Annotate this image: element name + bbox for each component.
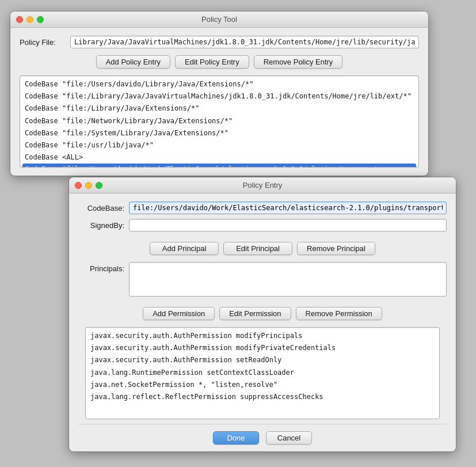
done-button[interactable]: Done xyxy=(213,431,259,445)
list-item[interactable]: CodeBase "file:/Library/Java/Extensions/… xyxy=(22,102,416,115)
codebase-label: CodeBase: xyxy=(78,204,124,212)
close-button[interactable] xyxy=(16,16,23,23)
policy-entry-title: Policy Entry xyxy=(243,181,283,189)
list-item[interactable]: CodeBase "file:/Library/Java/JavaVirtual… xyxy=(22,90,416,102)
permission-item[interactable]: javax.security.auth.AuthPermission modif… xyxy=(88,330,437,342)
minimize-button[interactable] xyxy=(26,16,33,23)
maximize-button[interactable] xyxy=(37,16,44,23)
principals-label: Principals: xyxy=(78,262,124,273)
cancel-button[interactable]: Cancel xyxy=(266,431,312,445)
permission-item[interactable]: java.lang.RuntimePermission setContextCl… xyxy=(88,367,437,379)
policy-entry-traffic-lights xyxy=(75,182,102,189)
policy-entry-window: Policy Entry CodeBase: SignedBy: Add Pri… xyxy=(69,177,456,451)
policy-entry-close-button[interactable] xyxy=(75,182,82,189)
signedby-input[interactable] xyxy=(129,219,447,231)
remove-principal-button[interactable]: Remove Principal xyxy=(297,242,375,255)
policy-file-input[interactable] xyxy=(70,36,419,48)
signedby-label: SignedBy: xyxy=(78,221,124,230)
bottom-buttons: Done Cancel xyxy=(78,424,447,451)
codebase-input[interactable] xyxy=(129,202,447,214)
list-item[interactable]: CodeBase <ALL> xyxy=(22,151,416,164)
permission-item[interactable]: javax.security.auth.AuthPermission modif… xyxy=(88,342,437,354)
remove-policy-entry-button[interactable]: Remove Policy Entry xyxy=(254,55,343,69)
traffic-lights xyxy=(16,16,44,23)
permissions-list[interactable]: javax.security.auth.AuthPermission modif… xyxy=(85,327,440,419)
add-policy-entry-button[interactable]: Add Policy Entry xyxy=(96,55,170,69)
list-item[interactable]: CodeBase "file:/System/Library/Java/Exte… xyxy=(22,127,416,139)
edit-principal-button[interactable]: Edit Principal xyxy=(223,242,292,255)
codebase-list[interactable]: CodeBase "file:/Users/davido/Library/Jav… xyxy=(20,75,419,168)
policy-tool-window: Policy Tool Policy File: Add Policy Entr… xyxy=(10,12,428,176)
principals-list[interactable] xyxy=(129,262,447,297)
policy-tool-title-bar: Policy Tool xyxy=(10,12,428,28)
permission-item[interactable]: java.lang.reflect.ReflectPermission supp… xyxy=(88,391,437,403)
remove-permission-button[interactable]: Remove Permission xyxy=(296,307,382,320)
policy-entry-title-bar: Policy Entry xyxy=(69,177,456,193)
policy-entry-minimize-button[interactable] xyxy=(85,182,92,189)
list-item[interactable]: CodeBase "file:/Network/Library/Java/Ext… xyxy=(22,115,416,127)
permission-item[interactable]: java.net.SocketPermission *, "listen,res… xyxy=(88,379,437,391)
permission-item[interactable]: javax.security.auth.AuthPermission setRe… xyxy=(88,354,437,366)
list-item-selected[interactable]: CodeBase "file:/Users/davido/Work/Elasti… xyxy=(22,164,416,168)
add-principal-button[interactable]: Add Principal xyxy=(150,242,219,255)
list-item[interactable]: CodeBase "file:/usr/lib/java/*" xyxy=(22,139,416,151)
list-item[interactable]: CodeBase "file:/Users/davido/Library/Jav… xyxy=(22,78,416,90)
add-permission-button[interactable]: Add Permission xyxy=(143,307,215,320)
edit-policy-entry-button[interactable]: Edit Policy Entry xyxy=(175,55,249,69)
edit-permission-button[interactable]: Edit Permission xyxy=(219,307,291,320)
policy-entry-maximize-button[interactable] xyxy=(96,182,102,189)
policy-file-label: Policy File: xyxy=(20,38,66,47)
policy-tool-title: Policy Tool xyxy=(201,15,237,24)
